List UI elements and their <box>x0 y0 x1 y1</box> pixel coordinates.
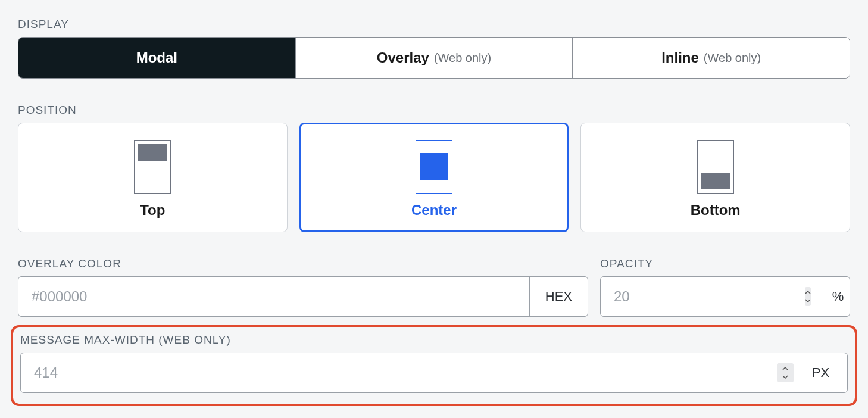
position-preview-block <box>138 144 167 161</box>
display-option-label: Inline <box>661 49 699 66</box>
overlay-color-input[interactable] <box>18 277 529 316</box>
overlay-color-input-group: HEX <box>18 276 588 317</box>
opacity-label: OPACITY <box>600 257 850 270</box>
opacity-stepper[interactable] <box>805 287 811 306</box>
max-width-highlight: MESSAGE MAX-WIDTH (WEB ONLY) PX <box>11 325 857 406</box>
max-width-input[interactable] <box>21 353 777 392</box>
position-option-top[interactable]: Top <box>18 123 288 232</box>
position-option-bottom[interactable]: Bottom <box>580 123 850 232</box>
opacity-input[interactable] <box>601 277 805 316</box>
chevron-up-icon <box>782 364 788 373</box>
opacity-suffix: % <box>811 277 864 316</box>
display-option-label: Modal <box>136 49 177 66</box>
position-preview-frame <box>134 140 171 194</box>
position-preview-block <box>420 153 448 180</box>
chevron-down-icon <box>805 297 811 305</box>
display-option-label: Overlay <box>377 49 429 66</box>
overlay-color-label: OVERLAY COLOR <box>18 257 588 270</box>
display-option-inline[interactable]: Inline (Web only) <box>573 38 850 78</box>
position-preview-frame <box>416 140 452 194</box>
chevron-up-icon <box>805 288 811 297</box>
position-option-label: Center <box>411 202 457 219</box>
position-preview-frame <box>697 140 734 194</box>
position-label: POSITION <box>18 104 850 117</box>
display-segmented-control: Modal Overlay (Web only) Inline (Web onl… <box>18 37 850 79</box>
max-width-stepper[interactable] <box>777 363 794 382</box>
display-label: DISPLAY <box>18 18 850 31</box>
display-option-overlay[interactable]: Overlay (Web only) <box>296 38 573 78</box>
overlay-color-suffix: HEX <box>529 277 588 316</box>
position-option-label: Top <box>140 202 165 219</box>
max-width-label: MESSAGE MAX-WIDTH (WEB ONLY) <box>20 333 848 347</box>
position-option-center[interactable]: Center <box>299 123 569 232</box>
position-preview-block <box>701 173 730 189</box>
web-only-hint: (Web only) <box>704 51 761 65</box>
max-width-input-group: PX <box>20 353 848 393</box>
position-option-label: Bottom <box>691 202 741 219</box>
position-options: Top Center Bottom <box>18 123 850 232</box>
web-only-hint: (Web only) <box>434 51 491 65</box>
max-width-suffix: PX <box>794 353 847 392</box>
display-option-modal[interactable]: Modal <box>18 38 296 78</box>
chevron-down-icon <box>782 373 788 381</box>
opacity-input-group: % <box>600 276 850 317</box>
